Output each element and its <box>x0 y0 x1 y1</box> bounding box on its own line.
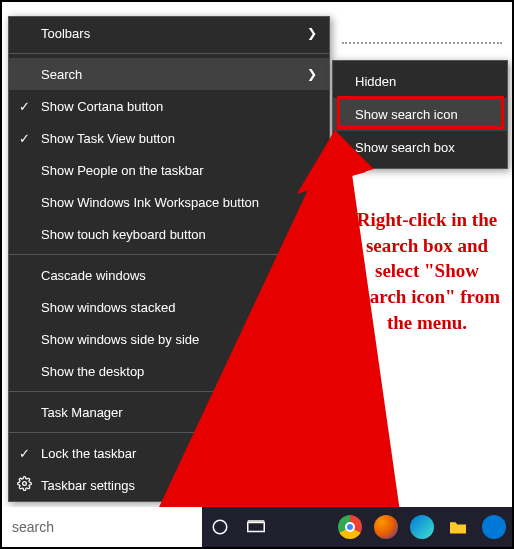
menu-item-label: Show Windows Ink Workspace button <box>41 195 259 210</box>
menu-separator <box>9 391 329 392</box>
svg-point-0 <box>23 482 27 486</box>
menu-item-label: Show the desktop <box>41 364 144 379</box>
taskbar-search-box[interactable]: search <box>2 507 202 547</box>
check-icon: ✓ <box>19 99 30 114</box>
menu-item-label: Show windows side by side <box>41 332 199 347</box>
menu-item-label: Toolbars <box>41 26 90 41</box>
menu-item-label: Hidden <box>355 74 396 89</box>
menu-item-label: Show touch keyboard button <box>41 227 206 242</box>
menu-toolbars[interactable]: Toolbars ❯ <box>9 17 329 49</box>
svg-point-8 <box>213 520 227 534</box>
menu-cascade-windows[interactable]: Cascade windows <box>9 259 329 291</box>
chevron-right-icon: ❯ <box>307 67 317 81</box>
menu-item-label: Show Cortana button <box>41 99 163 114</box>
menu-item-label: Lock the taskbar <box>41 446 136 461</box>
menu-item-label: Task Manager <box>41 405 123 420</box>
check-icon: ✓ <box>19 446 30 461</box>
menu-item-label: Show search icon <box>355 107 458 122</box>
menu-side-by-side[interactable]: Show windows side by side <box>9 323 329 355</box>
menu-separator <box>9 432 329 433</box>
taskbar-context-menu: Toolbars ❯ Search ❯ ✓ Show Cortana butto… <box>8 16 330 502</box>
menu-search[interactable]: Search ❯ <box>9 58 329 90</box>
submenu-hidden[interactable]: Hidden <box>333 65 507 98</box>
task-view-icon[interactable] <box>242 513 270 541</box>
cortana-icon[interactable] <box>206 513 234 541</box>
menu-item-label: Cascade windows <box>41 268 146 283</box>
app-icon[interactable] <box>480 513 508 541</box>
firefox-icon[interactable] <box>372 513 400 541</box>
menu-show-task-view[interactable]: ✓ Show Task View button <box>9 122 329 154</box>
menu-show-desktop[interactable]: Show the desktop <box>9 355 329 387</box>
check-icon: ✓ <box>19 131 30 146</box>
menu-lock-taskbar[interactable]: ✓ Lock the taskbar <box>9 437 329 469</box>
menu-stacked[interactable]: Show windows stacked <box>9 291 329 323</box>
search-submenu: Hidden Show search icon Show search box <box>332 60 508 169</box>
menu-touch-keyboard[interactable]: Show touch keyboard button <box>9 218 329 250</box>
instruction-text: Right-click in the search box and select… <box>347 207 507 335</box>
file-explorer-icon[interactable] <box>444 513 472 541</box>
menu-show-people[interactable]: Show People on the taskbar <box>9 154 329 186</box>
taskbar: search <box>2 507 512 547</box>
menu-item-label: Show windows stacked <box>41 300 175 315</box>
menu-show-cortana[interactable]: ✓ Show Cortana button <box>9 90 329 122</box>
svg-rect-9 <box>248 523 265 532</box>
menu-windows-ink[interactable]: Show Windows Ink Workspace button <box>9 186 329 218</box>
chevron-right-icon: ❯ <box>307 26 317 40</box>
menu-item-label: Show search box <box>355 140 455 155</box>
menu-item-label: Search <box>41 67 82 82</box>
menu-taskbar-settings[interactable]: Taskbar settings <box>9 469 329 501</box>
submenu-show-search-box[interactable]: Show search box <box>333 131 507 164</box>
menu-separator <box>9 254 329 255</box>
submenu-show-search-icon[interactable]: Show search icon <box>333 98 507 131</box>
search-placeholder: search <box>12 519 54 535</box>
menu-task-manager[interactable]: Task Manager <box>9 396 329 428</box>
menu-item-label: Taskbar settings <box>41 478 135 493</box>
menu-item-label: Show Task View button <box>41 131 175 146</box>
menu-separator <box>9 53 329 54</box>
edge-icon[interactable] <box>408 513 436 541</box>
gear-icon <box>17 476 32 494</box>
menu-item-label: Show People on the taskbar <box>41 163 204 178</box>
chrome-icon[interactable] <box>336 513 364 541</box>
